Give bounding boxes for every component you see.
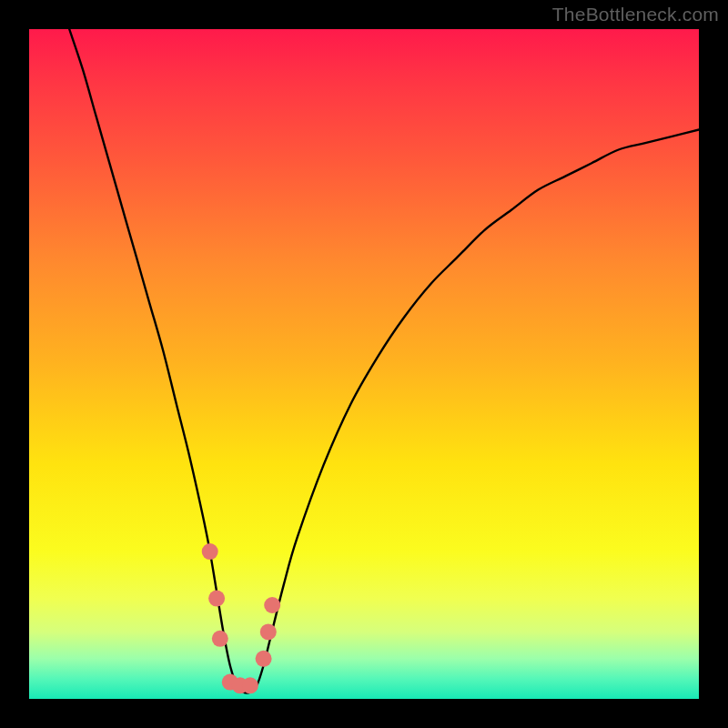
data-marker	[212, 631, 228, 647]
chart-frame: TheBottleneck.com	[0, 0, 728, 728]
data-marker	[264, 597, 280, 613]
bottleneck-curve	[69, 29, 699, 693]
data-marker	[242, 677, 258, 693]
data-marker	[260, 623, 277, 640]
chart-svg	[29, 29, 699, 699]
curve-layer	[69, 29, 699, 693]
data-marker	[202, 543, 218, 560]
data-marker	[208, 591, 225, 607]
watermark-text: TheBottleneck.com	[552, 4, 719, 25]
marker-layer	[202, 543, 281, 693]
data-marker	[256, 651, 272, 667]
plot-area	[29, 29, 699, 699]
